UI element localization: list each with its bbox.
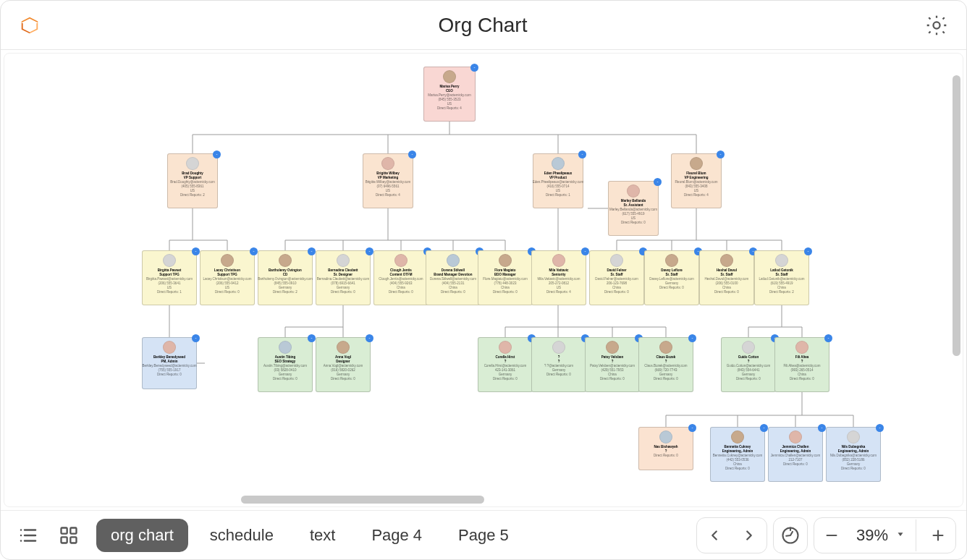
collapse-badge[interactable]: - — [581, 247, 589, 255]
collapse-badge[interactable]: - — [760, 424, 768, 432]
org-node[interactable]: - Bennetta Cukney Engineering, Admin Ben… — [710, 427, 765, 482]
collapse-badge[interactable]: - — [578, 150, 586, 158]
avatar — [552, 341, 565, 354]
horizontal-scrollbar[interactable] — [241, 496, 484, 504]
direct-reports: Direct Reports: 0 — [493, 377, 518, 381]
collapse-badge[interactable]: - — [408, 150, 416, 158]
grid-view-button[interactable] — [51, 518, 86, 553]
direct-reports: Direct Reports: 0 — [790, 377, 814, 381]
org-node[interactable]: - Bernadina Cleobett Sr. Designer Bernad… — [316, 250, 371, 305]
prev-page-button[interactable] — [697, 518, 732, 553]
direct-reports: Direct Reports: 2 — [180, 193, 205, 198]
direct-reports: Direct Reports: 0 — [600, 377, 625, 381]
direct-reports: Direct Reports: 0 — [783, 462, 808, 467]
avatar — [337, 254, 350, 267]
org-node[interactable]: - Clough Jentis Content OTFM Clough.Jent… — [373, 250, 428, 305]
collapse-badge[interactable]: - — [804, 247, 812, 255]
tab-page-5[interactable]: Page 5 — [444, 519, 523, 552]
collapse-badge[interactable]: - — [654, 178, 662, 186]
zoom-dropdown-button[interactable] — [895, 529, 905, 542]
direct-reports: Direct Reports: 2 — [273, 290, 297, 294]
direct-reports: Direct Reports: 0 — [841, 467, 866, 471]
org-node[interactable]: - Latlod Getonik Sr. Staff Latlod.Getoni… — [754, 250, 809, 305]
collapse-badge[interactable]: - — [213, 150, 221, 158]
org-node[interactable]: - Nils Dubegnika Engineering, Admin Nils… — [826, 427, 881, 482]
org-node[interactable]: - Guido Cotton ? Guido.Cotton@actemicky.… — [721, 337, 776, 392]
org-node[interactable]: - Jemmica Challen Engineering, Admin Jem… — [768, 427, 823, 482]
org-node[interactable]: - Austin Tibing SEO Strategy Austin.Tibi… — [258, 337, 313, 392]
org-node[interactable]: - Birgitta Pawset Support TPG Birgitta.P… — [142, 250, 197, 305]
org-node[interactable]: - Patsy Velsben ? Patsy.Velsben@actemick… — [585, 337, 640, 392]
present-button[interactable] — [773, 517, 808, 553]
org-node[interactable]: - Fili Altea ? Fili.Altea@actemicky.com … — [774, 337, 829, 392]
collapse-badge[interactable]: - — [192, 247, 200, 255]
app-window: Org Chart - Marisa Perry CEO Marisa.Perr… — [0, 0, 967, 560]
collapse-badge[interactable]: - — [824, 334, 832, 342]
org-node[interactable]: - Flore Magiato BDO Manager Flore.Magiat… — [478, 250, 533, 305]
direct-reports: Direct Reports: 0 — [331, 377, 355, 381]
direct-reports: Direct Reports: 0 — [714, 290, 739, 294]
direct-reports: Direct Reports: 1 — [157, 290, 182, 294]
org-node[interactable]: - Brigitte Wilbey VP Marketing Brigitte.… — [363, 153, 413, 208]
avatar — [163, 254, 176, 267]
collapse-badge[interactable]: - — [818, 424, 826, 432]
org-node[interactable]: - Davey Leflore Sr. Staff Davey.Leflore@… — [644, 250, 699, 305]
direct-reports: Direct Reports: 4 — [546, 290, 571, 294]
avatar — [163, 341, 176, 354]
collapse-badge[interactable]: - — [876, 424, 884, 432]
app-logo — [18, 14, 41, 37]
collapse-badge[interactable]: - — [688, 424, 696, 432]
zoom-in-button[interactable] — [921, 518, 955, 553]
org-node[interactable]: - Anna Vogl Designer Anna.Vogl@actemicky… — [316, 337, 371, 392]
org-node[interactable]: - Marisa Perry CEO Marisa.Perry@actemick… — [423, 67, 476, 122]
org-node[interactable]: - Nas Bishawyeh ? Direct Reports: 0 — [638, 427, 693, 470]
org-node[interactable]: - Corella Hirst ? Corella.Hirst@actemick… — [478, 337, 533, 392]
org-node[interactable]: - ? ? ?.?@actemicky.com Germany Direct R… — [531, 337, 586, 392]
avatar — [665, 254, 678, 267]
org-node[interactable]: - Eden Pheelipeaux VP Product Eden.Pheel… — [533, 153, 583, 208]
next-page-button[interactable] — [732, 518, 767, 553]
org-node[interactable]: - Brad Doughty VP Support Brad.Doughty@a… — [167, 153, 218, 208]
org-node[interactable]: - Claus Bozek ? Claus.Bozek@actemicky.co… — [638, 337, 693, 392]
settings-button[interactable] — [924, 13, 949, 38]
collapse-badge[interactable]: - — [308, 334, 316, 342]
org-node[interactable]: David Felner Sr. Staff David.Felner@acte… — [589, 250, 644, 305]
direct-reports: Direct Reports: 0 — [604, 290, 629, 294]
vertical-scrollbar[interactable] — [953, 75, 960, 356]
tab-org-chart[interactable]: org chart — [96, 519, 188, 552]
direct-reports: Direct Reports: 0 — [273, 377, 297, 381]
org-node[interactable]: - Bartholemy Ovington CD Bartholemy.Ovin… — [258, 250, 313, 305]
direct-reports: Direct Reports: 0 — [659, 286, 684, 290]
collapse-badge[interactable]: - — [366, 334, 373, 342]
zoom-out-button[interactable] — [814, 518, 849, 553]
canvas[interactable]: - Marisa Perry CEO Marisa.Perry@actemick… — [4, 53, 963, 507]
avatar — [279, 341, 292, 354]
outline-view-button[interactable] — [11, 518, 46, 553]
tab-text[interactable]: text — [295, 519, 350, 552]
avatar — [720, 254, 733, 267]
tab-page-4[interactable]: Page 4 — [357, 519, 436, 552]
divider — [916, 519, 916, 551]
org-node[interactable]: - Dorena Stilwell Brand Manager Devotion… — [426, 250, 481, 305]
direct-reports: Direct Reports: 0 — [654, 454, 678, 458]
collapse-badge[interactable]: - — [308, 247, 316, 255]
tab-schedule[interactable]: schedule — [195, 519, 288, 552]
avatar — [789, 430, 802, 444]
collapse-badge[interactable]: - — [250, 247, 258, 255]
collapse-badge[interactable]: - — [717, 150, 725, 158]
collapse-badge[interactable]: - — [688, 334, 696, 342]
svg-marker-61 — [898, 533, 903, 536]
org-node[interactable]: - Fleurel Blum VP Engineering Fleurel.Bl… — [671, 153, 722, 208]
avatar — [795, 341, 808, 354]
org-node[interactable]: - Lacey Christison Support TPG Lacey.Chr… — [200, 250, 255, 305]
org-node[interactable]: - Marley Bellanda Sr. Assistant Marley.B… — [608, 181, 659, 236]
direct-reports: Direct Reports: 1 — [546, 193, 570, 198]
collapse-badge[interactable]: - — [366, 247, 373, 255]
avatar — [606, 341, 619, 354]
zoom-level-label: 39% — [856, 526, 888, 545]
org-node[interactable]: - Berkley Benedyseed PM, Admin Berkley.B… — [142, 337, 197, 389]
org-node[interactable]: - Mila Vattavic Seniority Mila.Vattavic@… — [531, 250, 586, 305]
collapse-badge[interactable]: - — [192, 334, 200, 342]
collapse-badge[interactable]: - — [470, 64, 478, 72]
org-node[interactable]: - Heshal Davul Sr. Staff Heshal.Davul@ac… — [699, 250, 754, 305]
